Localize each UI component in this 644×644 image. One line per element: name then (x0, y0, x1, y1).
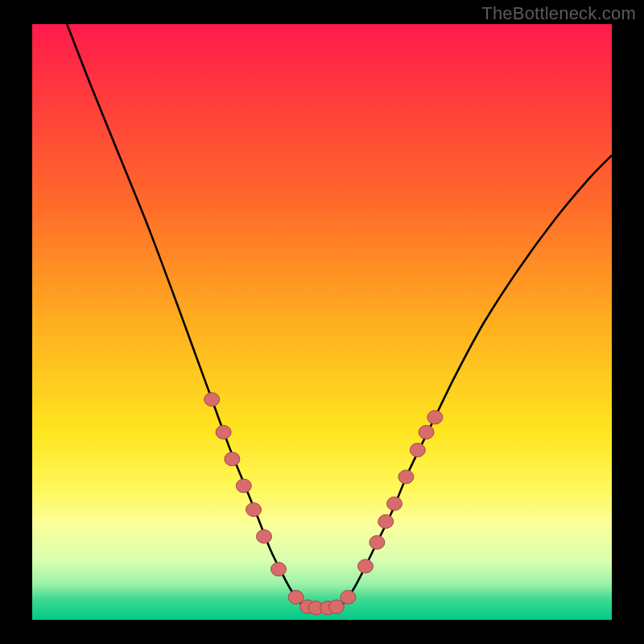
marker-dot (410, 444, 425, 457)
marker-dot (288, 590, 303, 604)
marker-dot (216, 425, 231, 439)
marker-dot (204, 393, 220, 407)
watermark-text: TheBottleneck.com (481, 3, 636, 24)
marker-dot (236, 479, 251, 493)
chart-frame: { "watermark": "TheBottleneck.com", "col… (0, 0, 644, 644)
marker-dot (257, 530, 272, 543)
marker-dot (329, 600, 345, 613)
marker-dot (341, 590, 356, 604)
marker-dot (246, 503, 262, 517)
chart-svg (0, 0, 644, 644)
marker-dot (419, 425, 434, 439)
marker-dot (378, 514, 394, 528)
marker-dot (271, 563, 287, 576)
marker-dot (427, 411, 443, 424)
marker-dot (369, 535, 385, 549)
marker-dot (358, 559, 374, 573)
marker-dot (387, 497, 402, 510)
marker-dot (398, 470, 414, 484)
plot-background (32, 24, 612, 620)
marker-dot (225, 452, 240, 466)
